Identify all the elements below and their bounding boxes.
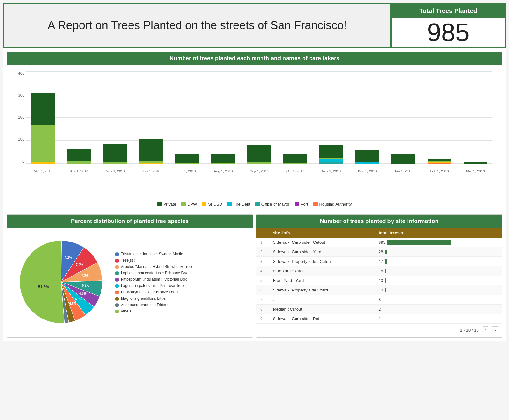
row-rank: 7. (256, 295, 269, 304)
pie-legend-dot (115, 271, 119, 275)
report-title-box: A Report on Trees Planted on the streets… (3, 4, 391, 48)
bar-segment-private (139, 139, 163, 161)
row-count: 8 (375, 295, 502, 304)
pie-legend-item: Tree(s) :: (115, 258, 192, 262)
row-count: 10 (375, 276, 502, 285)
legend-item: SFUSD (202, 202, 222, 206)
pie-legend-item: Eriobotrya deflexa :: Bronze Loquat (115, 290, 192, 294)
pie-legend-dot (115, 290, 119, 294)
pie-legend-label: Acer buergeranum :: Trident... (121, 303, 171, 307)
row-rank: 2. (256, 247, 269, 257)
bar-stack (67, 149, 91, 164)
x-label: Apr 1, 2018 (62, 169, 96, 173)
bar-stack (175, 154, 199, 164)
bar-stack (283, 154, 307, 164)
bar-stack (355, 150, 379, 164)
bar-segment-dpw (103, 162, 127, 164)
bar-segment-private (103, 144, 127, 162)
bar-chart-section: Number of trees planted each month and n… (7, 52, 502, 211)
count-bar (385, 250, 387, 254)
pie-label: 9.3% (65, 256, 72, 260)
legend-label: SFUSD (208, 202, 222, 206)
count-bar (385, 259, 387, 264)
pie-legend-label: Tree(s) :: (121, 258, 136, 262)
row-rank: 3. (256, 257, 269, 266)
bar-segment-private (211, 154, 235, 163)
pie-legend-dot (115, 259, 119, 262)
table-row: 4.Side Yard : Yard15 (256, 266, 502, 276)
row-rank: 4. (256, 266, 269, 276)
bar-group (422, 71, 457, 164)
bar-group (62, 71, 96, 164)
bar-chart-area: 0 100 200 300 400 Mar 1, 2018Apr 1 (26, 71, 492, 173)
row-count: 893 (375, 238, 502, 247)
count-value: 28 (379, 249, 383, 254)
pie-label: 7.3% (81, 274, 89, 277)
col-rank (256, 228, 269, 238)
pie-legend-item: Tristaniopsis laurina :: Swamp Myrtle (115, 252, 192, 256)
bar-group (242, 71, 276, 164)
row-count: 2 (375, 304, 502, 314)
table-panel: Number of trees planted by site informat… (256, 214, 502, 338)
legend-dot (181, 202, 186, 206)
bar-group (98, 71, 132, 164)
bar-group (206, 71, 240, 164)
bar-stack (391, 154, 415, 164)
legend-dot (157, 202, 162, 206)
table-row: 1.Sidewalk: Curb side : Cutout893 (256, 238, 502, 247)
count-value: 10 (379, 278, 383, 283)
pagination-info: 1 - 10 / 10 (460, 328, 479, 332)
bar-stack (428, 159, 451, 164)
x-label: Oct 1, 2018 (278, 169, 312, 173)
bar-cell: 28 (379, 249, 498, 254)
bar-cell: 1 (379, 316, 498, 321)
report-title: A Report on Trees Planted on the streets… (48, 18, 347, 33)
prev-page-button[interactable]: ‹ (483, 326, 489, 333)
count-bar (383, 307, 383, 312)
legend-dot (255, 202, 260, 206)
row-count: 28 (375, 247, 502, 257)
pie-legend-dot (115, 297, 119, 301)
table-title: Number of trees planted by site informat… (256, 215, 502, 228)
legend-dot (313, 202, 318, 206)
bar-segment-private (464, 162, 487, 164)
legend-label: Fire Dept (233, 202, 250, 206)
table-row: 7.:8 (256, 295, 502, 304)
bar-chart-title: Number of trees planted each month and n… (7, 52, 502, 65)
bar-cell: 893 (379, 240, 498, 245)
x-label: Mar 1, 2019 (458, 169, 492, 173)
bar-group (170, 71, 204, 164)
pie-legend-dot (115, 284, 119, 288)
bar-cell: 8 (379, 297, 498, 302)
row-site: Sidewalk: Property side : Yard (269, 285, 375, 295)
table-row: 6.Sidewalk: Property side : Yard10 (256, 285, 502, 295)
pie-legend: Tristaniopsis laurina :: Swamp MyrtleTre… (115, 234, 192, 331)
pie-legend-item: Acer buergeranum :: Trident... (115, 303, 192, 307)
bar-stack (31, 93, 55, 164)
x-label: Jun 1, 2018 (134, 169, 168, 173)
count-bar (387, 240, 451, 245)
row-site: : (269, 295, 375, 304)
pie-chart-svg: 9.3%7.9%7.3%6.2%4.6%4.6%4.6%51.5% (13, 234, 109, 331)
bars-wrapper (26, 71, 492, 164)
bar-cell: 2 (379, 307, 498, 312)
pie-legend-item: Lagunaria patersonii :: Primrose Tree (115, 284, 192, 288)
pie-legend-item: Lophostemon confertus :: Brisbane Box (115, 271, 192, 275)
pie-legend-label: Eriobotrya deflexa :: Bronze Loquat (121, 290, 181, 294)
bar-stack (139, 139, 163, 164)
legend-item: Port (295, 202, 308, 206)
bar-segment-private (31, 93, 55, 126)
stat-label: Total Trees Planted (392, 4, 505, 18)
bar-segment-dpw (247, 162, 271, 164)
next-page-button[interactable]: › (492, 326, 498, 333)
pie-label: 4.6% (69, 302, 76, 305)
bar-group (26, 71, 60, 164)
row-count: 1 (375, 314, 502, 324)
pie-title: Percent distribution of planted tree spe… (7, 215, 253, 228)
bar-stack (247, 145, 271, 164)
bar-segment-dpw (283, 163, 307, 164)
bar-stack (319, 145, 343, 164)
bar-segment-dpw (211, 163, 235, 164)
table-row: 9.Sidewalk: Curb side : Pot1 (256, 314, 502, 324)
pie-legend-dot (115, 278, 119, 282)
